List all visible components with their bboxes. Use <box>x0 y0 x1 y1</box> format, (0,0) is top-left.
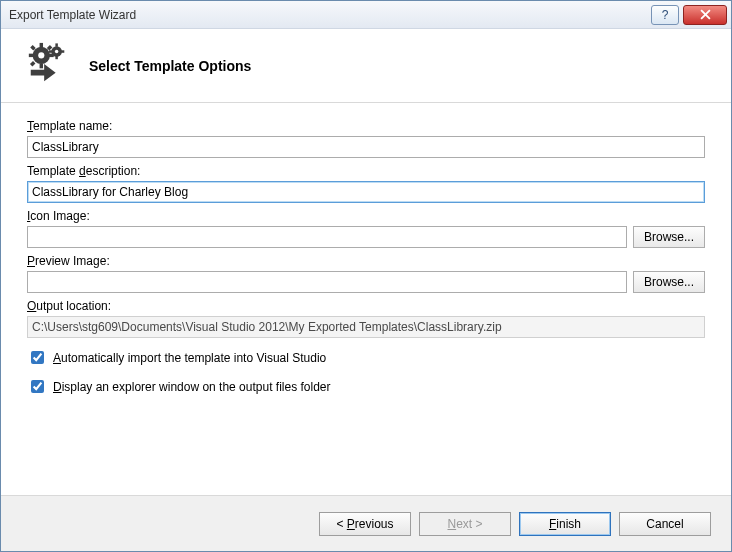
window-title: Export Template Wizard <box>9 8 651 22</box>
export-template-wizard-dialog: Export Template Wizard ? <box>0 0 732 552</box>
auto-import-checkbox[interactable] <box>31 351 44 364</box>
template-name-label: Template name: <box>27 119 705 133</box>
icon-image-field: Icon Image: Browse... <box>27 209 705 248</box>
output-location-input <box>27 316 705 338</box>
preview-image-input[interactable] <box>27 271 627 293</box>
auto-import-row: Automatically import the template into V… <box>27 348 705 367</box>
svg-rect-8 <box>30 61 35 66</box>
svg-rect-11 <box>55 43 57 46</box>
next-button: Next > <box>419 512 511 536</box>
cancel-button[interactable]: Cancel <box>619 512 711 536</box>
help-button[interactable]: ? <box>651 5 679 25</box>
svg-rect-14 <box>61 50 64 52</box>
template-description-field: Template description: <box>27 164 705 203</box>
preview-browse-button[interactable]: Browse... <box>633 271 705 293</box>
wizard-header: Select Template Options <box>1 29 731 103</box>
icon-image-input[interactable] <box>27 226 627 248</box>
svg-rect-4 <box>29 54 34 57</box>
template-name-field: Template name: <box>27 119 705 158</box>
preview-image-field: Preview Image: Browse... <box>27 254 705 293</box>
template-description-label: Template description: <box>27 164 705 178</box>
wizard-content: Template name: Template description: Ico… <box>1 103 731 495</box>
output-location-field: Output location: <box>27 299 705 338</box>
titlebar: Export Template Wizard ? <box>1 1 731 29</box>
header-title: Select Template Options <box>89 58 251 74</box>
svg-point-1 <box>38 52 44 58</box>
display-explorer-row: Display an explorer window on the output… <box>27 377 705 396</box>
gear-export-icon <box>25 41 71 90</box>
icon-browse-button[interactable]: Browse... <box>633 226 705 248</box>
close-button[interactable] <box>683 5 727 25</box>
wizard-button-bar: < Previous Next > Finish Cancel <box>1 495 731 551</box>
template-description-input[interactable] <box>27 181 705 203</box>
output-location-label: Output location: <box>27 299 705 313</box>
svg-rect-13 <box>49 50 52 52</box>
svg-rect-3 <box>40 64 43 69</box>
close-icon <box>700 9 711 20</box>
display-explorer-label[interactable]: Display an explorer window on the output… <box>53 380 331 394</box>
svg-rect-12 <box>55 56 57 59</box>
svg-rect-2 <box>40 43 43 48</box>
auto-import-label[interactable]: Automatically import the template into V… <box>53 351 326 365</box>
finish-button[interactable]: Finish <box>519 512 611 536</box>
template-name-input[interactable] <box>27 136 705 158</box>
icon-image-label: Icon Image: <box>27 209 705 223</box>
previous-button[interactable]: < Previous <box>319 512 411 536</box>
display-explorer-checkbox[interactable] <box>31 380 44 393</box>
svg-point-10 <box>55 50 58 53</box>
preview-image-label: Preview Image: <box>27 254 705 268</box>
